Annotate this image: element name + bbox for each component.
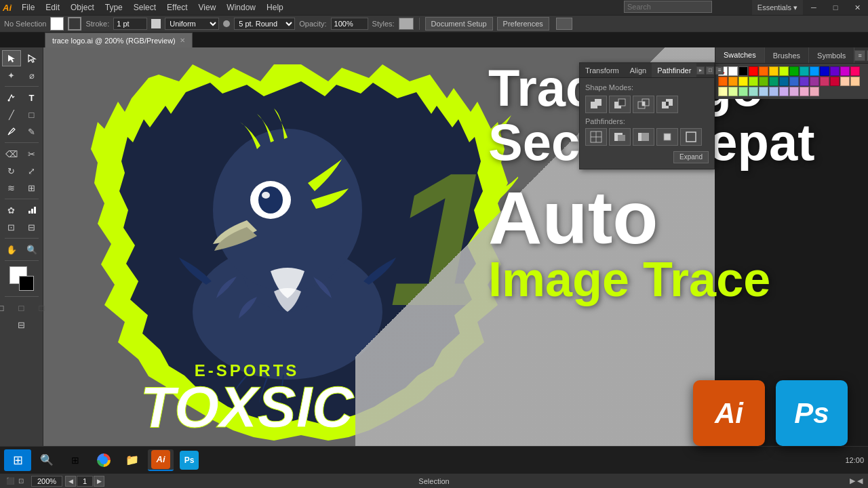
align-tab[interactable]: Align (625, 63, 652, 77)
outline-btn[interactable] (680, 128, 702, 146)
crop-btn[interactable] (656, 128, 678, 146)
trim-btn[interactable] (609, 128, 631, 146)
swatch-3-3[interactable] (718, 87, 728, 96)
minus-front-btn[interactable] (609, 96, 631, 113)
document-tab[interactable]: trace logo.ai @ 200% (RGB/Preview) ✕ (45, 33, 193, 47)
swatch-darkblue[interactable] (820, 66, 829, 76)
swatch-yellow[interactable] (769, 66, 778, 76)
swatch-2-5[interactable] (759, 77, 768, 86)
search-input[interactable] (624, 1, 712, 13)
paintbrush-tool[interactable] (2, 123, 21, 140)
swatch-3-11[interactable] (800, 87, 809, 96)
menu-file[interactable]: File (17, 1, 39, 14)
taskbar-explorer[interactable]: 📁 (119, 449, 145, 471)
swatches-tab[interactable]: Swatches (715, 47, 765, 63)
swatch-blue[interactable] (810, 66, 819, 76)
magic-wand-tool[interactable]: ✦ (2, 67, 21, 83)
panel-float-btn[interactable]: ≡ (854, 50, 865, 61)
pf-maximize-btn[interactable]: □ (706, 66, 714, 75)
swatch-2-1[interactable] (718, 77, 728, 86)
next-page-btn[interactable]: ▶ (94, 476, 104, 487)
swatch-green[interactable] (789, 66, 799, 76)
pencil-tool[interactable]: ✎ (22, 123, 41, 140)
page-input[interactable] (77, 476, 93, 487)
slice-tool[interactable]: ⊟ (22, 219, 41, 235)
swatch-3-8[interactable] (769, 87, 778, 96)
swatch-pink[interactable] (850, 66, 860, 76)
swatch-2-8[interactable] (789, 77, 799, 86)
scale-tool[interactable]: ⤢ (22, 163, 41, 179)
swatch-3-9[interactable] (779, 87, 789, 96)
ai-thumbnail[interactable]: Ai (693, 380, 765, 446)
menu-view[interactable]: View (194, 1, 221, 14)
type-tool[interactable]: T (22, 89, 41, 106)
pathfinder-tab[interactable]: Pathfinder (652, 63, 696, 77)
swatch-orange[interactable] (759, 66, 768, 76)
swatch-black[interactable] (738, 66, 748, 76)
color-picker[interactable] (9, 266, 34, 291)
swatch-2-10[interactable] (810, 77, 819, 86)
rotate-tool[interactable]: ↻ (2, 163, 21, 179)
swatch-3-4[interactable] (728, 87, 738, 96)
menu-edit[interactable]: Edit (41, 1, 64, 14)
free-transform-tool[interactable]: ⊞ (22, 180, 41, 196)
menu-effect[interactable]: Effect (162, 1, 192, 14)
screen-mode[interactable]: ⊟ (12, 317, 31, 333)
stroke-color-box[interactable] (68, 17, 81, 30)
start-button[interactable]: ⊞ (4, 449, 31, 471)
chart-tool[interactable] (22, 202, 41, 218)
eraser-tool[interactable]: ⌫ (2, 146, 21, 162)
divide-btn[interactable] (585, 128, 607, 146)
swatch-3-5[interactable] (738, 87, 748, 96)
swatch-2-4[interactable] (749, 77, 758, 86)
swatch-white[interactable] (728, 66, 738, 76)
taskbar-ps[interactable]: Ps (176, 449, 202, 471)
expand-btn[interactable]: Expand (673, 151, 709, 163)
direct-selection-tool[interactable] (22, 50, 41, 66)
intersect-btn[interactable] (633, 96, 654, 113)
merge-btn[interactable] (633, 128, 654, 146)
ps-thumbnail[interactable]: Ps (776, 380, 848, 446)
prev-page-btn[interactable]: ◀ (65, 476, 76, 487)
swatch-lime[interactable] (779, 66, 789, 76)
minimize-button[interactable]: ─ (803, 0, 825, 15)
swatch-red[interactable] (749, 66, 758, 76)
swatch-2-2[interactable] (728, 77, 738, 86)
taskbar-search[interactable]: 🔍 (34, 449, 60, 471)
swatch-2-7[interactable] (779, 77, 789, 86)
taskbar-taskview[interactable]: ⊞ (62, 449, 88, 471)
extra-ctrl[interactable] (556, 18, 572, 30)
swatch-3-10[interactable] (789, 87, 799, 96)
preferences-button[interactable]: Preferences (497, 17, 549, 30)
menu-object[interactable]: Object (66, 1, 99, 14)
opacity-input[interactable] (331, 18, 368, 30)
stroke-color[interactable] (19, 276, 34, 291)
menu-select[interactable]: Select (129, 1, 161, 14)
stroke-input[interactable] (113, 18, 147, 30)
swatch-2-6[interactable] (769, 77, 778, 86)
line-tool[interactable]: ╱ (2, 106, 21, 123)
swatch-3-2[interactable] (850, 77, 860, 86)
close-button[interactable]: ✕ (846, 0, 868, 15)
menu-type[interactable]: Type (100, 1, 127, 14)
swatch-purple[interactable] (830, 66, 840, 76)
swatch-3-6[interactable] (749, 87, 758, 96)
pf-float-btn[interactable]: ▸ (696, 66, 705, 75)
symbols-tab[interactable]: Symbols (809, 47, 854, 63)
artboard-tool[interactable]: ⊡ (2, 219, 21, 235)
shape-tool[interactable]: □ (22, 106, 41, 123)
transform-tab[interactable]: Transform (580, 63, 625, 77)
scissors-tool[interactable]: ✂ (22, 146, 41, 162)
swatch-3-12[interactable] (810, 87, 819, 96)
swatch-2-3[interactable] (738, 77, 748, 86)
menu-help[interactable]: Help (262, 1, 288, 14)
symbol-tool[interactable]: ✿ (2, 202, 21, 218)
swatch-2-12[interactable] (830, 77, 840, 86)
brushes-tab[interactable]: Brushes (765, 47, 809, 63)
tab-close-icon[interactable]: ✕ (180, 37, 185, 44)
pf-menu-btn[interactable]: ≡ (715, 66, 724, 75)
swatch-magenta[interactable] (840, 66, 850, 76)
exclude-btn[interactable] (656, 96, 678, 113)
essentials-dropdown[interactable]: Essentials ▾ (752, 0, 803, 15)
taskbar-chrome[interactable] (91, 449, 117, 471)
